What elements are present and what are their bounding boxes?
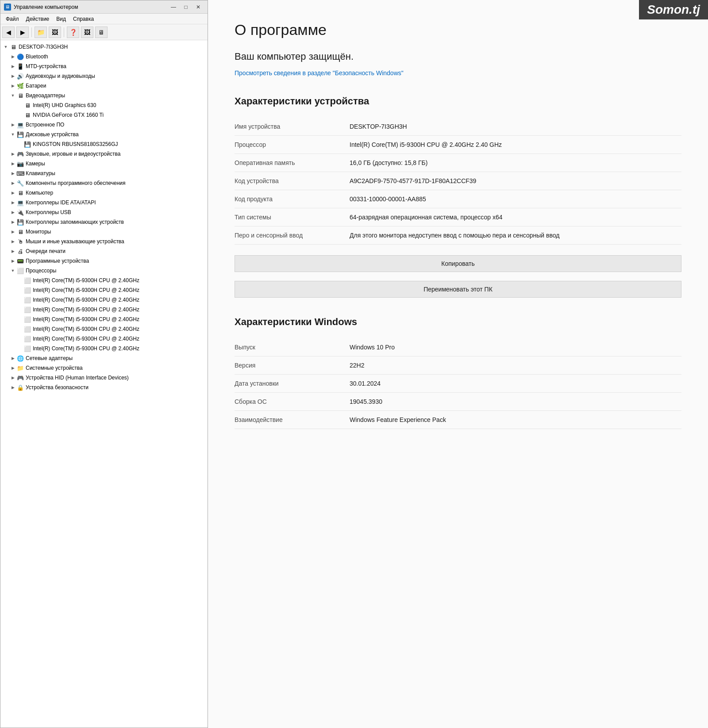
folder-button[interactable]: 📁	[35, 27, 47, 38]
tree-node-hid[interactable]: ▶ 🎮 Устройства HID (Human Interface Devi…	[0, 373, 208, 383]
back-button[interactable]: ◀	[2, 27, 15, 38]
expand-hid: ▶	[9, 374, 16, 381]
tree-node-disk[interactable]: ▼ 💾 Дисковые устройства	[0, 130, 208, 139]
security-link[interactable]: Просмотреть сведения в разделе "Безопасн…	[235, 69, 681, 78]
rename-button[interactable]: Переименовать этот ПК	[235, 281, 681, 298]
tree-node-computer[interactable]: ▶ 🖥 Компьютер	[0, 188, 208, 198]
expand-cpu-3	[16, 306, 23, 313]
menu-help[interactable]: Справка	[69, 15, 97, 23]
tree-node-swdevices[interactable]: ▶ 📟 Программные устройства	[0, 256, 208, 266]
device-section-title: Характеристики устройства	[235, 96, 681, 107]
tree-node-software[interactable]: ▶ 🔧 Компоненты программного обеспечения	[0, 178, 208, 188]
menu-view[interactable]: Вид	[53, 15, 69, 23]
spec-label-experience: Взаимодействие	[235, 411, 350, 429]
label-cpu-6: Intel(R) Core(TM) i5-9300H CPU @ 2.40GHz	[31, 336, 139, 342]
expand-sound: ▶	[9, 150, 16, 157]
protected-text: Ваш компьютер защищён.	[235, 51, 681, 62]
label-kingston: KINGSTON RBUSNS8180S3256GJ	[31, 141, 118, 147]
expand-cpu-0	[16, 277, 23, 284]
spec-value-product-id: 00331-10000-00001-AA885	[350, 190, 681, 208]
tree-node-cpu-5[interactable]: ⬜ Intel(R) Core(TM) i5-9300H CPU @ 2.40G…	[0, 324, 208, 334]
menu-file[interactable]: Файл	[2, 15, 23, 23]
tree-node-security[interactable]: ▶ 🔒 Устройства безопасности	[0, 383, 208, 392]
tree-node-print[interactable]: ▶ 🖨 Очереди печати	[0, 246, 208, 256]
label-network: Сетевые адаптеры	[24, 355, 73, 361]
monitors-icon: 🖥	[16, 228, 24, 235]
tree-node-cpu-0[interactable]: ⬜ Intel(R) Core(TM) i5-9300H CPU @ 2.40G…	[0, 276, 208, 285]
toolbar-separator-1	[31, 27, 32, 37]
spec-label-pen: Перо и сенсорный ввод	[235, 226, 350, 245]
spec-row-device-id: Код устройства A9C2ADF9-7570-4577-917D-1…	[235, 172, 681, 190]
tree-node-nvidia[interactable]: 🖥 NVIDIA GeForce GTX 1660 Ti	[0, 110, 208, 120]
tree-node-mtd[interactable]: ▶ 📱 MTD-устройства	[0, 61, 208, 71]
tree-node-cpu-1[interactable]: ⬜ Intel(R) Core(TM) i5-9300H CPU @ 2.40G…	[0, 285, 208, 295]
tree-node-cpu-4[interactable]: ⬜ Intel(R) Core(TM) i5-9300H CPU @ 2.40G…	[0, 314, 208, 324]
tree-node-cpu-6[interactable]: ⬜ Intel(R) Core(TM) i5-9300H CPU @ 2.40G…	[0, 334, 208, 344]
tree-node-battery[interactable]: ▶ 🌿 Батареи	[0, 81, 208, 91]
label-battery: Батареи	[24, 83, 46, 89]
tree-node-bluetooth[interactable]: ▶ 🔵 Bluetooth	[0, 52, 208, 61]
spec-label-product-id: Код продукта	[235, 190, 350, 208]
tree-node-mice[interactable]: ▶ 🖱 Мыши и иные указывающие устройства	[0, 237, 208, 246]
expand-cpu-5	[16, 326, 23, 333]
window-controls: — □ ✕	[168, 3, 204, 11]
cpu-7-icon: ⬜	[23, 345, 31, 352]
expand-cpu-7	[16, 345, 23, 352]
expand-keyboards: ▶	[9, 170, 16, 177]
computer-button[interactable]: 🖥	[95, 27, 108, 38]
spec-value-system-type: 64-разрядная операционная система, проце…	[350, 208, 681, 226]
tree-node-network[interactable]: ▶ 🌐 Сетевые адаптеры	[0, 353, 208, 363]
cpu-4-icon: ⬜	[23, 316, 31, 323]
tree-node-cpu-7[interactable]: ⬜ Intel(R) Core(TM) i5-9300H CPU @ 2.40G…	[0, 344, 208, 353]
help-button[interactable]: ❓	[67, 27, 79, 38]
view-button[interactable]: 🖼	[49, 27, 61, 38]
spec-row-processor: Процессор Intel(R) Core(TM) i5-9300H CPU…	[235, 136, 681, 154]
tree-node-kingston[interactable]: 💾 KINGSTON RBUSNS8180S3256GJ	[0, 139, 208, 149]
expand-battery: ▶	[9, 82, 16, 89]
spec-label-processor: Процессор	[235, 136, 350, 154]
battery-icon: 🌿	[16, 82, 24, 89]
tree-node-cpu-3[interactable]: ⬜ Intel(R) Core(TM) i5-9300H CPU @ 2.40G…	[0, 305, 208, 314]
expand-security: ▶	[9, 384, 16, 391]
expand-cameras: ▶	[9, 160, 16, 167]
tree-node-processors[interactable]: ▼ ⬜ Процессоры	[0, 266, 208, 276]
spec-value-device-id: A9C2ADF9-7570-4577-917D-1F80A12CCF39	[350, 172, 681, 190]
tree-node-video[interactable]: ▼ 🖥 Видеоадаптеры	[0, 91, 208, 100]
label-cpu-5: Intel(R) Core(TM) i5-9300H CPU @ 2.40GHz	[31, 326, 139, 332]
tree-node-firmware[interactable]: ▶ 💻 Встроенное ПО	[0, 120, 208, 130]
spec-label-version: Версия	[235, 356, 350, 375]
tree-node-intel-gpu[interactable]: 🖥 Intel(R) UHD Graphics 630	[0, 100, 208, 110]
expand-disk: ▼	[9, 131, 16, 138]
window-title: Управление компьютером	[14, 4, 165, 10]
properties-button[interactable]: 🖼	[81, 27, 93, 38]
firmware-icon: 💻	[16, 121, 24, 128]
spec-value-build: 19045.3930	[350, 393, 681, 411]
disk-icon: 💾	[16, 131, 24, 138]
maximize-button[interactable]: □	[180, 3, 192, 11]
menu-action[interactable]: Действие	[23, 15, 53, 23]
label-print: Очереди печати	[24, 248, 65, 254]
tree-node-ide[interactable]: ▶ 💻 Контроллеры IDE ATA/ATAPI	[0, 198, 208, 207]
minimize-button[interactable]: —	[168, 3, 179, 11]
expand-cpu-6	[16, 335, 23, 342]
spec-label-install-date: Дата установки	[235, 375, 350, 393]
tree-node-monitors[interactable]: ▶ 🖥 Мониторы	[0, 227, 208, 237]
copy-button[interactable]: Копировать	[235, 255, 681, 272]
forward-button[interactable]: ▶	[16, 27, 29, 38]
label-cameras: Камеры	[24, 161, 45, 167]
spec-label-edition: Выпуск	[235, 338, 350, 356]
tree-node-usb[interactable]: ▶ 🔌 Контроллеры USB	[0, 207, 208, 217]
tree-node-cameras[interactable]: ▶ 📷 Камеры	[0, 159, 208, 169]
label-nvidia: NVIDIA GeForce GTX 1660 Ti	[31, 112, 104, 118]
close-button[interactable]: ✕	[192, 3, 204, 11]
tree-node-sound[interactable]: ▶ 🎮 Звуковые, игровые и видеоустройства	[0, 149, 208, 159]
label-disk: Дисковые устройства	[24, 131, 79, 138]
tree-node-storage[interactable]: ▶ 💾 Контроллеры запоминающих устройств	[0, 217, 208, 227]
tree-node-sysdevices[interactable]: ▶ 📁 Системные устройства	[0, 363, 208, 373]
expand-video: ▼	[9, 92, 16, 99]
tree-node-root[interactable]: ▼ 🖥 DESKTOP-7I3GH3H	[0, 42, 208, 52]
expand-software: ▶	[9, 180, 16, 187]
tree-node-keyboards[interactable]: ▶ ⌨ Клавиатуры	[0, 169, 208, 178]
tree-node-audio[interactable]: ▶ 🔊 Аудиовходы и аудиовыходы	[0, 71, 208, 81]
tree-node-cpu-2[interactable]: ⬜ Intel(R) Core(TM) i5-9300H CPU @ 2.40G…	[0, 295, 208, 305]
